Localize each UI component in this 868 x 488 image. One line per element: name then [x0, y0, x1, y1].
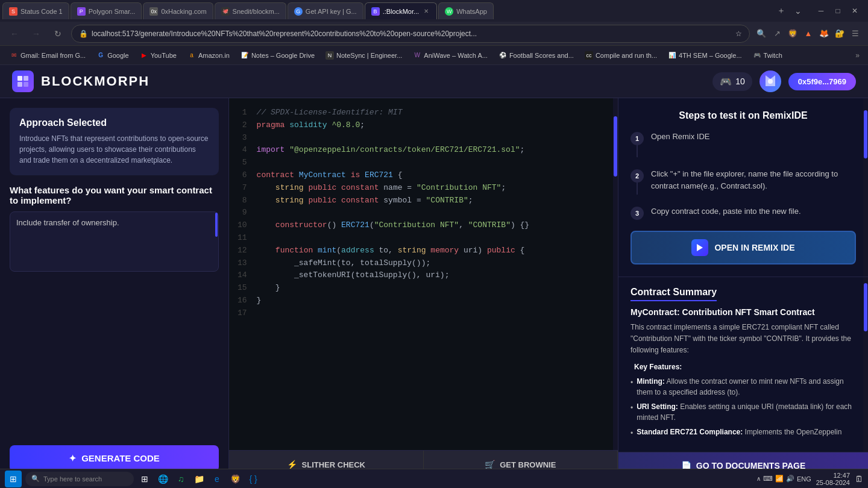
- url-bar[interactable]: 🔒 localhost:5173/generate/Introduce%20NF…: [71, 25, 750, 43]
- share-icon[interactable]: ↗: [770, 27, 784, 40]
- taskbar-search[interactable]: 🔍 Type here to search: [25, 472, 134, 486]
- taskbar-up-arrow[interactable]: ∧: [756, 475, 761, 482]
- taskbar-spotify-icon[interactable]: ♫: [174, 472, 188, 486]
- notes-drive-icon: 📝: [241, 51, 249, 60]
- bookmarks-bar: ✉ Gmail: Email from G... G Google ▶ YouT…: [0, 46, 868, 65]
- bullet-key-2: URI Setting:: [637, 402, 678, 411]
- step-text-3: Copy contract code, paste into the new f…: [651, 205, 801, 220]
- features-textarea[interactable]: Include transfer of ownership.: [10, 211, 219, 272]
- steps-title: Steps to test it on RemixIDE: [631, 110, 856, 121]
- taskbar-files-icon[interactable]: 📁: [192, 472, 206, 486]
- left-panel-spacer: [0, 274, 228, 438]
- features-section: What features do you want your smart con…: [0, 185, 228, 274]
- brownie-icon: 🛒: [485, 460, 495, 469]
- tab-snedit[interactable]: 🐙 Snedit/blockm...: [215, 2, 286, 19]
- bookmark-twitch[interactable]: 🎮 Twitch: [748, 49, 787, 61]
- new-tab-button[interactable]: ＋: [774, 4, 788, 18]
- tab-getapi[interactable]: G Get API key | G...: [288, 2, 363, 19]
- gmail-icon: ✉: [10, 51, 18, 60]
- tab-oxhacking[interactable]: 0x 0xHacking.com: [143, 2, 213, 19]
- left-panel: Approach Selected Introduce NFTs that re…: [0, 98, 229, 479]
- taskbar-brave-icon[interactable]: 🦁: [228, 472, 242, 486]
- svg-rect-3: [24, 82, 28, 87]
- code-scrollbar-thumb: [614, 116, 617, 177]
- extensions-icon[interactable]: 🔍: [755, 27, 768, 40]
- taskbar-vscode-icon[interactable]: { }: [246, 472, 260, 486]
- summary-scrollbar-track: [863, 277, 868, 452]
- forward-button[interactable]: →: [28, 25, 45, 42]
- generate-btn-label: GENERATE CODE: [81, 453, 160, 463]
- menu-icon[interactable]: ☰: [849, 27, 862, 40]
- taskbar-view-icon[interactable]: ⊞: [137, 472, 152, 486]
- notification-icon[interactable]: 🗓: [855, 474, 863, 484]
- taskbar-lang: ENG: [797, 475, 811, 483]
- svg-point-4: [768, 79, 773, 84]
- bookmark-compile[interactable]: cc Compile and run th...: [580, 49, 662, 61]
- back-button[interactable]: ←: [6, 25, 23, 42]
- bookmark-amazon-label: Amazon.in: [198, 52, 230, 59]
- svg-rect-0: [17, 76, 22, 81]
- brave-reward-icon[interactable]: ▲: [802, 27, 815, 40]
- taskbar: ⊞ 🔍 Type here to search ⊞ 🌐 ♫ 📁 e 🦁 { } …: [0, 469, 868, 488]
- wallet-button[interactable]: 0x5f9e...7969: [788, 73, 856, 90]
- taskbar-edge-icon[interactable]: e: [210, 472, 224, 486]
- app-logo: BLOCKMORPH: [12, 70, 149, 92]
- twitch-icon: 🎮: [753, 51, 761, 60]
- tab-polygon[interactable]: P Polygon Smar...: [71, 2, 142, 19]
- lock-icon: 🔒: [79, 30, 88, 38]
- code-area: 1234567891011121314151617 // SPDX-Licens…: [229, 98, 618, 450]
- bookmark-notesync[interactable]: N NoteSync | Engineer...: [321, 49, 407, 61]
- tab-close-blockmorph[interactable]: ✕: [422, 7, 430, 16]
- amazon-icon: a: [187, 51, 196, 60]
- summary-scrollbar-thumb: [864, 283, 867, 331]
- step-num-3: 3: [631, 207, 644, 220]
- generate-icon: ✦: [69, 453, 77, 464]
- taskbar-browser-icon[interactable]: 🌐: [156, 472, 170, 486]
- code-content[interactable]: // SPDX-License-Identifier: MIT pragma s…: [253, 98, 618, 450]
- taskbar-volume-icon[interactable]: 🔊: [786, 475, 794, 483]
- reload-button[interactable]: ↻: [49, 25, 66, 42]
- bookmark-google[interactable]: G Google: [92, 49, 133, 61]
- tab-label-status: Status Code 1: [20, 8, 63, 15]
- code-editor: 1234567891011121314151617 // SPDX-Licens…: [229, 98, 618, 479]
- star-bookmark-icon[interactable]: ☆: [735, 30, 742, 38]
- open-remix-button[interactable]: OPEN IN REMIX IDE: [631, 231, 856, 264]
- bookmark-gmail[interactable]: ✉ Gmail: Email from G...: [5, 49, 90, 61]
- maximize-button[interactable]: □: [832, 5, 844, 17]
- bullet-dot-1: •: [631, 377, 633, 398]
- step-2: 2 Click "+" in the file explorer, name t…: [631, 168, 856, 195]
- bullet-uri-text: URI Setting: Enables setting a unique UR…: [637, 401, 856, 423]
- bookmarks-more[interactable]: »: [852, 49, 863, 61]
- tab-blockmorph[interactable]: B .:BlockMor... ✕: [365, 2, 438, 19]
- taskbar-keyboard-icon[interactable]: ⌨: [763, 475, 773, 483]
- tab-status-code[interactable]: S Status Code 1: [2, 2, 69, 19]
- youtube-icon: ▶: [140, 51, 148, 60]
- bookmark-youtube[interactable]: ▶ YouTube: [135, 49, 181, 61]
- time-display: 12:47: [816, 472, 850, 479]
- slither-btn-label: SLITHER CHECK: [302, 460, 365, 469]
- bullet-erc721-text: Standard ERC721 Compliance: Implements t…: [637, 427, 841, 439]
- tab-whatsapp[interactable]: W WhatsApp: [438, 2, 494, 19]
- close-button[interactable]: ✕: [849, 5, 861, 17]
- generate-code-button[interactable]: ✦ GENERATE CODE: [10, 445, 219, 472]
- bookmark-notes-drive[interactable]: 📝 Notes – Google Drive: [236, 49, 319, 61]
- bookmark-aniwave[interactable]: W AniWave – Watch A...: [408, 49, 492, 61]
- minimize-button[interactable]: ─: [815, 5, 827, 17]
- bookmark-football[interactable]: ⚽ Football Scores and...: [494, 49, 579, 61]
- tab-favicon-whatsapp: W: [445, 7, 453, 16]
- step-3: 3 Copy contract code, paste into the new…: [631, 205, 856, 220]
- tab-list-button[interactable]: ⌄: [791, 4, 805, 18]
- tab-bar: S Status Code 1 P Polygon Smar... 0x 0xH…: [0, 0, 868, 22]
- tab-bar-end: ＋ ⌄: [770, 4, 809, 18]
- bullet-key-features: Key Features:: [631, 361, 856, 372]
- bookmark-amazon[interactable]: a Amazon.in: [183, 49, 234, 61]
- bookmark-4thsem[interactable]: 📊 4TH SEM – Google...: [663, 49, 747, 61]
- start-button[interactable]: ⊞: [5, 471, 22, 487]
- vpn-icon[interactable]: 🔐: [833, 27, 846, 40]
- brave-shield-icon[interactable]: 🦁: [786, 27, 799, 40]
- wallet-extension-icon[interactable]: 🦊: [817, 27, 831, 40]
- taskbar-network-icon[interactable]: 📶: [775, 475, 784, 483]
- bookmark-google-label: Google: [107, 52, 128, 59]
- tab-favicon-snedit: 🐙: [221, 7, 230, 16]
- step-connector-2: [637, 183, 638, 195]
